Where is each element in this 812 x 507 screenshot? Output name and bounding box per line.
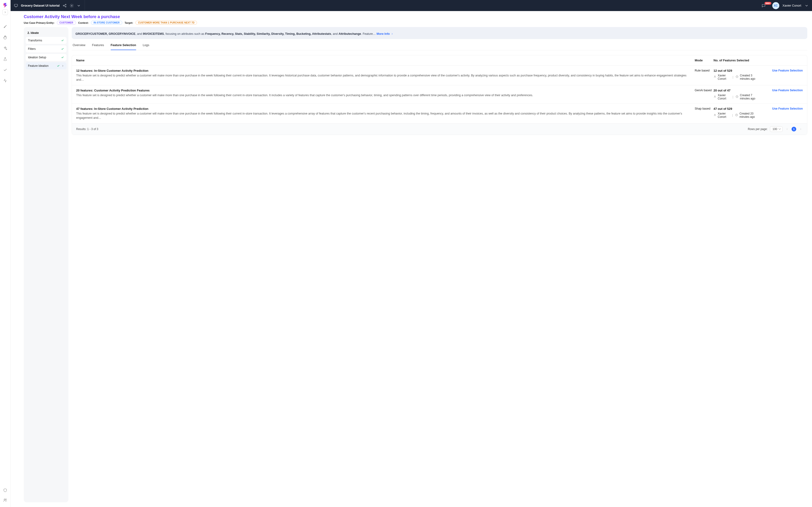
sidebar-item-label: Filters xyxy=(28,47,36,51)
table-row[interactable]: 20 features: Customer Activity Predictio… xyxy=(72,86,807,104)
table-row[interactable]: 47 features: In-Store Customer Activity … xyxy=(72,104,807,123)
row-created: Created 3 minutes ago xyxy=(740,74,760,80)
svg-point-0 xyxy=(4,499,5,500)
entity-tags-row: Use Case Primary Entity: CUSTOMER Contex… xyxy=(24,21,807,25)
svg-point-7 xyxy=(714,76,715,77)
sparkle-icon[interactable] xyxy=(3,46,7,50)
svg-point-6 xyxy=(71,5,72,6)
column-header-selected: No. of Features Selected xyxy=(713,59,760,62)
clock-icon xyxy=(735,114,738,117)
pager-prev-button[interactable] xyxy=(785,127,789,131)
svg-point-9 xyxy=(714,96,715,97)
row-description: This feature set is designed to predict … xyxy=(76,111,690,120)
left-rail xyxy=(0,0,11,507)
user-icon xyxy=(713,114,716,117)
row-author: Xavier Conort xyxy=(718,94,730,100)
user-name[interactable]: Xavier Conort xyxy=(783,4,801,7)
use-feature-selection-link[interactable]: Use Feature Selection xyxy=(772,89,803,92)
row-mode: Rule based xyxy=(695,69,713,72)
primary-entity-label: Use Case Primary Entity: xyxy=(24,21,55,24)
monitor-icon[interactable] xyxy=(14,4,18,8)
target-label: Target: xyxy=(125,21,133,24)
page-title: Customer Activity Next Week before a pur… xyxy=(24,14,807,19)
users-icon[interactable] xyxy=(3,498,7,502)
rows-per-page-select[interactable]: 100 xyxy=(770,126,783,132)
row-selected-count: 20 out of 47 xyxy=(713,89,760,92)
tab-overview[interactable]: Overview xyxy=(73,43,85,50)
info-banner: GROCERYCUSTOMER, GROCERYINVOICE, and INV… xyxy=(72,27,807,39)
context-pill: IN-STORE CUSTOMER xyxy=(91,21,122,25)
sidebar-item-label: Ideation Setup xyxy=(28,56,46,59)
svg-rect-2 xyxy=(14,4,18,6)
flask-icon[interactable] xyxy=(3,57,7,61)
user-menu-chevron-icon[interactable] xyxy=(805,4,809,8)
results-count: Results: 1 - 3 of 3 xyxy=(76,127,98,131)
chevron-down-icon[interactable] xyxy=(77,4,81,8)
primary-entity-pill: CUSTOMER xyxy=(57,21,76,25)
table-row[interactable]: 12 features: In-Store Customer Activity … xyxy=(72,66,807,86)
more-info-link[interactable]: More Info xyxy=(377,32,393,36)
row-selected-count: 47 out of 529 xyxy=(713,107,760,111)
row-mode: Shap based xyxy=(695,107,713,110)
sidebar-item-transforms[interactable]: Transforms xyxy=(25,37,67,44)
row-created: Created 20 minutes ago xyxy=(739,112,760,118)
check-icon[interactable] xyxy=(3,68,7,72)
pager-current-page: 1 xyxy=(792,127,796,131)
tabs: OverviewFeaturesFeature SelectionLogs xyxy=(72,39,807,50)
avatar[interactable]: XC xyxy=(772,2,779,9)
shield-icon[interactable] xyxy=(3,488,7,493)
sidebar-item-feature-ideation[interactable]: Feature Ideation xyxy=(25,62,67,69)
svg-point-11 xyxy=(714,114,715,115)
clock-icon xyxy=(736,75,738,79)
row-description: This feature set is designed to predict … xyxy=(76,73,690,82)
activity-icon[interactable] xyxy=(3,78,7,83)
sidebar-item-label: Transforms xyxy=(28,39,42,42)
tab-features[interactable]: Features xyxy=(92,43,104,50)
rows-per-page-label: Rows per page: xyxy=(748,127,767,131)
use-feature-selection-link[interactable]: Use Feature Selection xyxy=(772,69,803,72)
user-icon xyxy=(713,95,716,99)
rocket-icon[interactable] xyxy=(3,24,7,29)
ideate-heading: 2. Ideate xyxy=(25,30,67,37)
sidebar-item-filters[interactable]: Filters xyxy=(25,45,67,52)
row-created: Created 7 minutes ago xyxy=(740,94,760,100)
rail-collapse-button[interactable] xyxy=(2,9,8,15)
row-selected-count: 12 out of 529 xyxy=(713,69,760,72)
tab-feature-selection[interactable]: Feature Selection xyxy=(111,43,136,50)
target-pill: CUSTOMER MORE THAN 1 PURCHASE NEXT 7D xyxy=(135,21,197,25)
row-author: Xavier Conort xyxy=(718,112,730,118)
row-title: 20 features: Customer Activity Predictio… xyxy=(76,89,690,92)
pager-next-button[interactable] xyxy=(799,127,803,131)
row-title: 12 features: In-Store Customer Activity … xyxy=(76,69,690,72)
app-logo[interactable] xyxy=(2,2,8,8)
sidebar-item-ideation-setup[interactable]: Ideation Setup xyxy=(25,54,67,61)
notification-count-badge: 999+ xyxy=(764,2,771,5)
ideate-side-panel: 2. Ideate TransformsFiltersIdeation Setu… xyxy=(24,27,68,502)
tab-logs[interactable]: Logs xyxy=(143,43,149,50)
clock-icon xyxy=(736,95,738,99)
share-icon[interactable] xyxy=(63,4,67,8)
hand-icon[interactable] xyxy=(3,35,7,40)
row-title: 47 features: In-Store Customer Activity … xyxy=(76,107,690,111)
top-bar: Grocery Dataset UI tutorial 999+ XC Xavi… xyxy=(11,0,812,11)
sidebar-item-label: Feature Ideation xyxy=(28,64,49,67)
project-name[interactable]: Grocery Dataset UI tutorial xyxy=(21,4,60,7)
use-feature-selection-link[interactable]: Use Feature Selection xyxy=(772,107,803,110)
row-description: This feature set is designed to predict … xyxy=(76,93,690,97)
row-mode: GenAi based xyxy=(695,89,713,92)
feature-selection-table: Name Mode No. of Features Selected 12 fe… xyxy=(72,55,807,135)
column-header-mode: Mode xyxy=(695,59,713,62)
context-label: Context: xyxy=(78,21,89,24)
column-header-name: Name xyxy=(76,59,695,62)
user-icon xyxy=(713,75,716,79)
svg-point-1 xyxy=(6,499,7,500)
gear-icon[interactable] xyxy=(70,4,74,8)
row-author: Xavier Conort xyxy=(718,74,730,80)
